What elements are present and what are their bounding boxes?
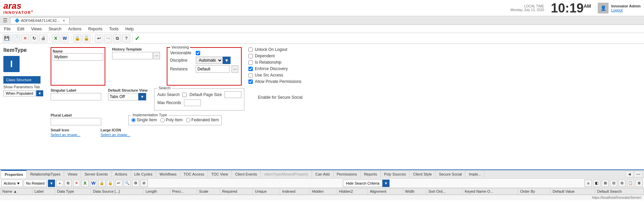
unlock-row-button[interactable]: 🔓: [107, 180, 114, 187]
logout-link[interactable]: Logout: [611, 8, 641, 12]
tab-client-style[interactable]: Client Style: [410, 170, 436, 178]
menu-views[interactable]: Views: [30, 26, 43, 32]
excel-button[interactable]: X: [52, 34, 60, 42]
tab-relationship-types[interactable]: RelationshipTypes: [27, 170, 64, 178]
revisions-browse-button[interactable]: ···: [232, 65, 238, 73]
menu-actions[interactable]: Actions: [67, 26, 83, 32]
tab-close-icon[interactable]: ✕: [62, 19, 65, 23]
no-related-arrow-button[interactable]: ▼: [48, 180, 55, 187]
tab-properties[interactable]: Properties: [1, 170, 27, 178]
table-action-1[interactable]: ≡: [585, 180, 592, 187]
single-item-radio[interactable]: [131, 118, 136, 122]
table-action-4[interactable]: ⊟: [610, 180, 617, 187]
discipline-select[interactable]: Automatic Manual: [196, 57, 223, 64]
undo-row-button[interactable]: ↩: [115, 180, 123, 187]
menu-edit[interactable]: Edit: [16, 26, 26, 32]
search-icon-button[interactable]: 🔍: [124, 180, 131, 187]
print-button[interactable]: 🖨: [39, 34, 47, 42]
save-button[interactable]: 💾: [3, 34, 11, 42]
tab-can-add[interactable]: Can Add: [312, 170, 333, 178]
large-icon-link[interactable]: Select an image...: [101, 133, 130, 137]
unlock-on-logout-checkbox[interactable]: [248, 48, 253, 52]
plural-label-input[interactable]: [51, 118, 101, 125]
unlock-button[interactable]: 🔓: [82, 34, 90, 42]
tab-workflows[interactable]: Workflows: [156, 170, 180, 178]
delete-button[interactable]: ✕: [21, 34, 29, 42]
copy-button[interactable]: ⧉: [113, 34, 121, 42]
check-button[interactable]: ✓: [135, 35, 140, 42]
delete-row-button[interactable]: ✕: [73, 180, 80, 187]
use-src-access-checkbox[interactable]: [248, 73, 253, 77]
no-related-button[interactable]: No Related: [24, 180, 47, 187]
history-template-input[interactable]: [112, 52, 153, 59]
hamburger-menu[interactable]: ☰: [3, 17, 7, 24]
small-icon-link[interactable]: Select an image...: [51, 133, 80, 137]
clear-filter-button[interactable]: ⊘: [140, 180, 148, 187]
federated-item-radio[interactable]: [186, 118, 190, 122]
hide-search-arrow-button[interactable]: ▼: [382, 180, 390, 187]
tab-minimize[interactable]: —: [634, 171, 643, 178]
add-row-button[interactable]: +: [56, 180, 63, 187]
menu-tools[interactable]: Tools: [108, 26, 120, 32]
table-header-row: Name ▲ Label Data Type Data Source [...]…: [0, 188, 644, 195]
tab-reports[interactable]: Reports: [360, 170, 381, 178]
when-populated-dropdown[interactable]: ▼: [36, 90, 43, 96]
excel-export-button[interactable]: X: [81, 180, 89, 187]
tab-client-events[interactable]: Client Events: [232, 170, 261, 178]
dependent-checkbox[interactable]: [248, 54, 253, 58]
copy-row-button[interactable]: ⧉: [64, 180, 72, 187]
discipline-arrow[interactable]: ▼: [223, 57, 231, 64]
browser-tab[interactable]: 🔷 ADF04E44A7114C42... ✕: [10, 17, 70, 24]
table-action-2[interactable]: ◧: [593, 180, 600, 187]
max-records-input[interactable]: [184, 99, 201, 106]
name-input[interactable]: [53, 53, 103, 61]
tab-views[interactable]: Views: [64, 170, 81, 178]
undo-button[interactable]: ↩: [95, 34, 103, 42]
lock-row-button[interactable]: 🔒: [98, 180, 106, 187]
tab-scroll-left[interactable]: ◄: [625, 171, 634, 178]
enforce-discovery-checkbox[interactable]: [248, 67, 253, 71]
table-action-3[interactable]: ⊞: [601, 180, 609, 187]
class-structure-button[interactable]: Class Structure: [3, 76, 41, 84]
help-button[interactable]: ?: [122, 34, 130, 42]
when-populated-button[interactable]: When Populated: [3, 90, 35, 96]
allow-private-permissions-checkbox[interactable]: [248, 80, 253, 84]
table-action-6[interactable]: 📋: [627, 180, 634, 187]
is-relationship-checkbox[interactable]: [248, 60, 253, 65]
menu-file[interactable]: File: [3, 26, 12, 32]
menu-search[interactable]: Search: [47, 26, 63, 32]
poly-item-radio[interactable]: [160, 118, 165, 122]
table-action-7[interactable]: ≣: [635, 180, 643, 187]
new-button[interactable]: 📄: [12, 34, 20, 42]
default-structure-arrow[interactable]: ▼: [138, 93, 146, 100]
tab-toc-access[interactable]: TOC Access: [180, 170, 208, 178]
tab-life-cycles[interactable]: Life Cycles: [131, 170, 156, 178]
redo-button[interactable]: ↪: [104, 34, 112, 42]
tab-poly-sources[interactable]: Poly Sources: [381, 170, 410, 178]
hide-search-button[interactable]: Hide Search Criteria: [343, 180, 382, 187]
default-structure-input[interactable]: [108, 93, 138, 100]
tab-toc-view[interactable]: TOC View: [208, 170, 232, 178]
menu-reports[interactable]: Reports: [87, 26, 104, 32]
default-page-size-input[interactable]: [224, 91, 241, 98]
tab-actions[interactable]: Actions: [112, 170, 131, 178]
word-button[interactable]: W: [61, 34, 69, 42]
menu-help[interactable]: Help: [124, 26, 135, 32]
actions-dropdown-button[interactable]: Actions ▼: [1, 180, 23, 187]
local-time-label: LOCAL TIME: [510, 4, 544, 8]
tab-permissions[interactable]: Permissions: [333, 170, 361, 178]
versionable-checkbox[interactable]: [196, 51, 200, 55]
word-export-button[interactable]: W: [90, 180, 97, 187]
lock-button[interactable]: 🔒: [73, 34, 81, 42]
filter-button[interactable]: ⚙: [132, 180, 139, 187]
table-action-5[interactable]: ⧉: [618, 180, 626, 187]
tab-server-events[interactable]: Server Events: [81, 170, 111, 178]
tab-imple[interactable]: Imple...: [465, 170, 485, 178]
refresh-button[interactable]: ↻: [30, 34, 38, 42]
tab-secure-social[interactable]: Secure Social: [435, 170, 465, 178]
singular-label-input[interactable]: [51, 93, 101, 100]
revisions-input[interactable]: [196, 65, 230, 73]
auto-search-checkbox[interactable]: [182, 93, 187, 97]
tab-xitemtype-allowed-property[interactable]: xItemTypeAllowedProperty: [261, 170, 312, 178]
history-template-browse-button[interactable]: ···: [153, 52, 160, 59]
